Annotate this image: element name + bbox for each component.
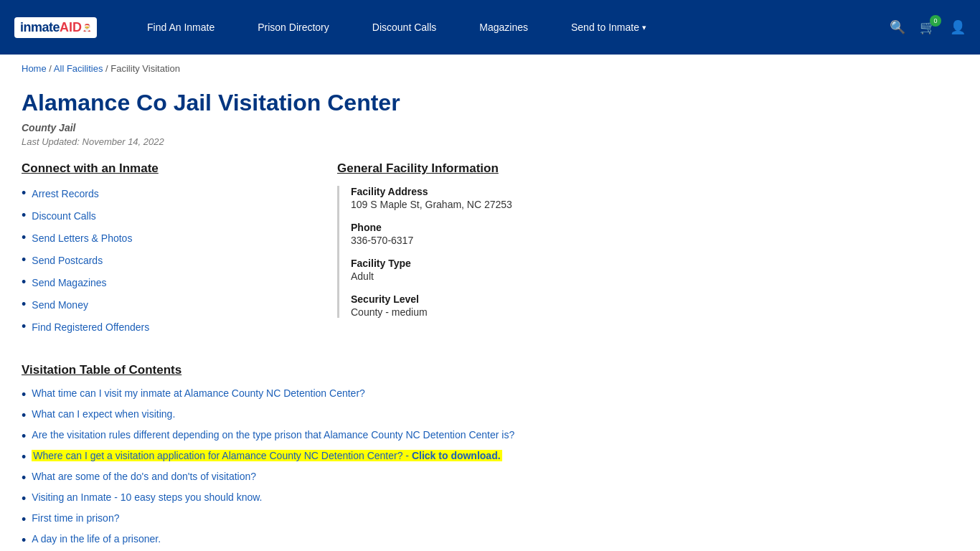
nav-magazines[interactable]: Magazines xyxy=(458,0,550,55)
facility-type: County Jail xyxy=(22,122,958,133)
connect-column: Connect with an Inmate Arrest Records Di… xyxy=(22,161,308,342)
toc-link-3[interactable]: Are the visitation rules different depen… xyxy=(32,429,514,441)
main-nav: inmate AID 🎅 Find An Inmate Prison Direc… xyxy=(0,0,980,55)
site-logo[interactable]: inmate AID 🎅 xyxy=(14,17,97,38)
breadcrumb: Home / All Facilities / Facility Visitat… xyxy=(0,55,980,83)
discount-calls-link[interactable]: Discount Calls xyxy=(32,210,95,222)
security-group: Security Level County - medium xyxy=(351,293,958,318)
toc-highlight-text: Where can I get a visitation application… xyxy=(32,450,501,461)
nav-icons: 🔍 🛒 0 👤 xyxy=(890,19,966,35)
nav-send-to-inmate[interactable]: Send to Inmate xyxy=(550,0,668,55)
breadcrumb-current: Facility Visitation xyxy=(110,63,180,74)
toc-item-6: Visiting an Inmate - 10 easy steps you s… xyxy=(22,491,958,507)
toc-item-8: A day in the life of a prisoner. xyxy=(22,533,958,548)
breadcrumb-home[interactable]: Home xyxy=(22,63,47,74)
address-value: 109 S Maple St, Graham, NC 27253 xyxy=(351,199,958,210)
list-item: Arrest Records xyxy=(22,186,308,201)
toc-item-5: What are some of the do's and don'ts of … xyxy=(22,471,958,486)
phone-value: 336-570-6317 xyxy=(351,235,958,246)
facility-info-box: Facility Address 109 S Maple St, Graham,… xyxy=(337,186,958,318)
type-group: Facility Type Adult xyxy=(351,258,958,282)
type-label: Facility Type xyxy=(351,258,958,269)
main-content: Alamance Co Jail Visitation Center Count… xyxy=(0,83,980,551)
list-item: Find Registered Offenders xyxy=(22,319,308,334)
security-value: County - medium xyxy=(351,306,958,318)
facility-info-column: General Facility Information Facility Ad… xyxy=(337,161,958,342)
nav-prison-directory[interactable]: Prison Directory xyxy=(236,0,351,55)
info-columns: Connect with an Inmate Arrest Records Di… xyxy=(22,161,958,342)
toc-link-1[interactable]: What time can I visit my inmate at Alama… xyxy=(32,387,365,399)
address-label: Facility Address xyxy=(351,186,958,197)
phone-group: Phone 336-570-6317 xyxy=(351,222,958,246)
nav-discount-calls[interactable]: Discount Calls xyxy=(351,0,458,55)
cart-icon[interactable]: 🛒 0 xyxy=(920,19,936,35)
page-title: Alamance Co Jail Visitation Center xyxy=(22,90,958,116)
send-postcards-link[interactable]: Send Postcards xyxy=(32,255,103,266)
list-item: Send Magazines xyxy=(22,275,308,290)
send-letters-link[interactable]: Send Letters & Photos xyxy=(32,232,132,244)
toc-section: Visitation Table of Contents What time c… xyxy=(22,363,958,551)
toc-link-8[interactable]: A day in the life of a prisoner. xyxy=(32,533,161,545)
search-icon[interactable]: 🔍 xyxy=(890,19,905,35)
toc-link-7[interactable]: First time in prison? xyxy=(32,512,119,524)
toc-link-5[interactable]: What are some of the do's and don'ts of … xyxy=(32,471,256,482)
toc-item-1: What time can I visit my inmate at Alama… xyxy=(22,387,958,402)
nav-links: Find An Inmate Prison Directory Discount… xyxy=(126,0,890,55)
toc-link-4[interactable]: Where can I get a visitation application… xyxy=(32,450,501,461)
cart-badge: 0 xyxy=(930,15,941,27)
click-download: Click to download. xyxy=(412,450,501,461)
list-item: Send Money xyxy=(22,297,308,312)
address-group: Facility Address 109 S Maple St, Graham,… xyxy=(351,186,958,210)
phone-label: Phone xyxy=(351,222,958,233)
facility-info-heading: General Facility Information xyxy=(337,161,958,176)
send-money-link[interactable]: Send Money xyxy=(32,299,88,311)
send-magazines-link[interactable]: Send Magazines xyxy=(32,277,106,288)
toc-heading: Visitation Table of Contents xyxy=(22,363,958,377)
breadcrumb-all-facilities[interactable]: All Facilities xyxy=(54,63,103,74)
type-value: Adult xyxy=(351,270,958,282)
security-label: Security Level xyxy=(351,293,958,305)
list-item: Discount Calls xyxy=(22,208,308,223)
toc-item-7: First time in prison? xyxy=(22,512,958,527)
toc-item-4: Where can I get a visitation application… xyxy=(22,450,958,465)
list-item: Send Postcards xyxy=(22,253,308,268)
toc-item-3: Are the visitation rules different depen… xyxy=(22,429,958,444)
toc-link-6[interactable]: Visiting an Inmate - 10 easy steps you s… xyxy=(32,491,262,503)
find-offenders-link[interactable]: Find Registered Offenders xyxy=(32,321,149,333)
last-updated: Last Updated: November 14, 2022 xyxy=(22,136,958,147)
user-icon[interactable]: 👤 xyxy=(950,19,966,35)
nav-find-an-inmate[interactable]: Find An Inmate xyxy=(126,0,236,55)
arrest-records-link[interactable]: Arrest Records xyxy=(32,188,98,199)
toc-item-2: What can I expect when visiting. xyxy=(22,408,958,423)
list-item: Send Letters & Photos xyxy=(22,230,308,245)
toc-link-2[interactable]: What can I expect when visiting. xyxy=(32,408,175,420)
connect-heading: Connect with an Inmate xyxy=(22,161,308,176)
toc-list: What time can I visit my inmate at Alama… xyxy=(22,387,958,551)
connect-list: Arrest Records Discount Calls Send Lette… xyxy=(22,186,308,334)
